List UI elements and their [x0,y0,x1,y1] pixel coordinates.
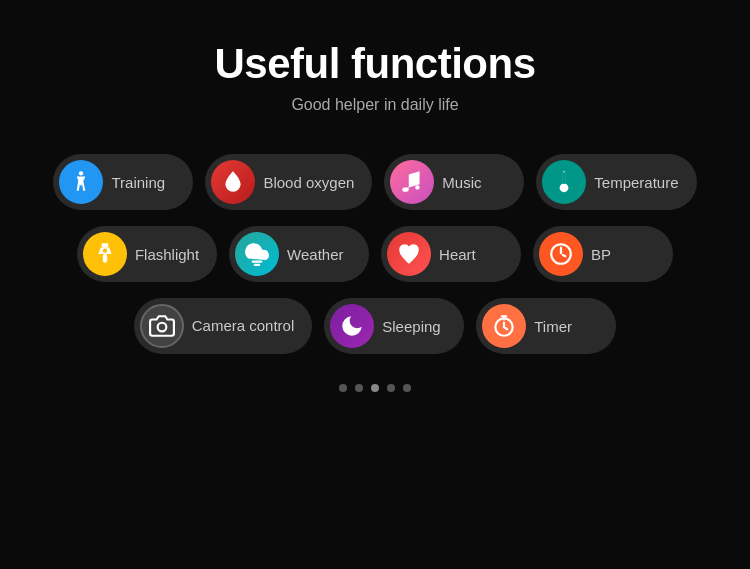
temperature-label: Temperature [594,174,678,191]
pill-heart[interactable]: Heart [381,226,521,282]
music-label: Music [442,174,481,191]
page-title: Useful functions [214,40,535,88]
sleeping-label: Sleeping [382,318,440,335]
page-header: Useful functions Good helper in daily li… [214,40,535,114]
row-2: Flashlight Weather Heart [77,226,673,282]
dot-1[interactable] [339,384,347,392]
functions-grid: Training Blood oxygen Music [53,154,696,354]
row-1: Training Blood oxygen Music [53,154,696,210]
pill-blood-oxygen[interactable]: Blood oxygen [205,154,372,210]
pill-flashlight[interactable]: Flashlight [77,226,217,282]
temperature-icon [542,160,586,204]
bp-label: BP [591,246,611,263]
pill-bp[interactable]: BP [533,226,673,282]
dot-4[interactable] [387,384,395,392]
svg-rect-5 [103,254,107,263]
camera-control-icon [140,304,184,348]
dot-2[interactable] [355,384,363,392]
svg-point-0 [79,171,83,175]
pill-weather[interactable]: Weather [229,226,369,282]
pill-sleeping[interactable]: Sleeping [324,298,464,354]
training-icon [59,160,103,204]
flashlight-icon [83,232,127,276]
svg-rect-8 [560,249,562,254]
svg-rect-9 [560,254,562,256]
dot-5[interactable] [403,384,411,392]
page-dots [339,384,411,392]
weather-icon [235,232,279,276]
heart-label: Heart [439,246,476,263]
pill-camera-control[interactable]: Camera control [134,298,313,354]
page-subtitle: Good helper in daily life [214,96,535,114]
heart-icon [387,232,431,276]
svg-point-6 [103,249,107,253]
sleeping-icon [330,304,374,348]
pill-music[interactable]: Music [384,154,524,210]
camera-control-label: Camera control [192,317,295,335]
pill-temperature[interactable]: Temperature [536,154,696,210]
dot-3[interactable] [371,384,379,392]
svg-point-3 [561,184,569,192]
svg-point-10 [157,323,166,332]
svg-rect-2 [563,172,565,184]
pill-training[interactable]: Training [53,154,193,210]
row-3: Camera control Sleeping Timer [134,298,617,354]
svg-rect-11 [345,328,360,331]
svg-point-1 [416,185,420,189]
flashlight-label: Flashlight [135,246,199,263]
music-icon [390,160,434,204]
pill-timer[interactable]: Timer [476,298,616,354]
bp-icon [539,232,583,276]
timer-icon [482,304,526,348]
svg-rect-4 [102,243,109,247]
blood-oxygen-icon [211,160,255,204]
training-label: Training [111,174,165,191]
blood-oxygen-label: Blood oxygen [263,174,354,191]
timer-label: Timer [534,318,572,335]
weather-label: Weather [287,246,343,263]
